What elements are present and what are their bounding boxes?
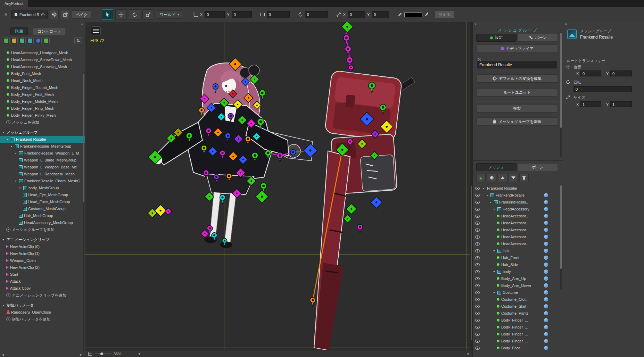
expand-triangle-icon[interactable]: ▼ [2,131,5,134]
tree-item-anim[interactable]: Attack [0,278,85,285]
bone-marker-diamond[interactable] [256,190,269,203]
visibility-eye-icon[interactable] [475,298,480,301]
tree-item-group[interactable]: Head_Eye_MeshGroup [0,191,85,198]
tree-item-group[interactable]: Hair_MeshGroup [0,212,85,219]
tab-hierarchy[interactable]: 階層 [10,27,28,35]
tree-item-group[interactable]: ▼FrankendRosalie_MeshGroup [0,143,85,150]
hierarchy-scrollbar[interactable] [83,74,84,351]
tree-section-header[interactable]: ▼アニメーションクリップ [0,236,85,243]
export-button[interactable] [61,10,70,19]
grid-toggle-icon[interactable] [88,352,92,356]
clipping-icon[interactable] [544,193,548,197]
tree-item-mesh[interactable]: Body_Finger_Thumb_Mesh [0,84,85,91]
meshlist-row[interactable]: ▼Costume [473,289,560,296]
expand-triangle-icon[interactable]: ▼ [493,250,496,252]
tree-add-button[interactable]: +メッシュを追加 [0,119,85,126]
expand-triangle-icon[interactable]: ▼ [6,138,9,141]
filter-animation-icon[interactable] [27,37,34,44]
clipping-icon[interactable] [544,311,548,315]
meshlist-row[interactable]: ▼Hair [473,247,560,254]
expand-triangle-icon[interactable]: ▼ [482,187,486,190]
expand-panel-icon[interactable]: » [565,22,567,27]
expand-triangle-icon[interactable]: ▼ [19,187,22,189]
expand-triangle-icon[interactable]: ▼ [486,194,489,197]
tree-item-group[interactable]: Weapon_L_Weapon_Base_Me [0,164,85,171]
bone-marker-diamond[interactable] [371,197,382,208]
visibility-eye-icon[interactable] [475,222,480,225]
settings-scrollbar[interactable] [560,32,562,157]
clipping-icon[interactable] [544,207,548,211]
clipping-icon[interactable] [544,256,548,260]
tab-bone[interactable]: ボーン [518,34,558,42]
visibility-eye-icon[interactable] [475,229,480,232]
root-size-x-input[interactable] [580,101,601,107]
tree-item-mesh[interactable]: HeadAccessory_ScrewDown_Mesh [0,56,85,63]
expand-triangle-icon[interactable]: ▼ [15,152,18,155]
bone-marker-diamond[interactable] [165,208,172,215]
edit-default-transform-button[interactable]: デフォルトの変換を編集 [476,74,558,83]
sort-icon[interactable]: ⇅ [74,37,82,44]
tree-item-group[interactable]: Weapon_L_Blade_MeshGroup [0,157,85,164]
eyedropper-icon[interactable] [424,12,429,17]
scale-y-input[interactable] [372,11,389,18]
portrait-chip[interactable]: Frankend R [11,10,48,19]
visibility-eye-icon[interactable] [475,256,480,259]
bone-marker-pin[interactable] [259,90,265,100]
meshlist-row[interactable]: HeadAccessor.. [473,240,560,247]
clipping-icon[interactable] [544,200,548,204]
visibility-eye-icon[interactable] [475,242,480,246]
visibility-eye-icon[interactable] [475,319,480,322]
tree-item-mesh[interactable]: Body_Foot_Mesh [0,70,85,77]
select-tool-button[interactable] [102,9,113,20]
app-tab[interactable]: AnyPortrait [0,0,28,7]
clipping-icon[interactable] [544,228,548,232]
clipping-icon[interactable] [544,263,548,267]
meshlist-row[interactable]: HeadAccessor.. [473,226,560,233]
meshgroup-name-input[interactable] [477,61,557,68]
visibility-eye-icon[interactable] [475,284,480,287]
meshlist-row[interactable]: ▼Frankend Rosalie [473,185,560,192]
tree-item-mesh[interactable]: HeadAccessory_Headgear_Mesh [0,49,85,56]
tab-controller[interactable]: コントローラ [33,27,66,35]
expand-triangle-icon[interactable]: ▼ [10,145,14,148]
tree-item-mesh[interactable]: HeadAccessory_ScrewUp_Mesh [0,63,85,70]
tree-item-anim[interactable]: New AnimClip (0) [0,243,85,250]
meshlist-row[interactable]: Body_Foot.. [473,344,560,351]
bone-marker-diamond[interactable] [346,204,356,214]
meshlist-row[interactable]: HeadAccessor.. [473,213,560,219]
bone-marker-pin[interactable] [345,46,351,56]
meshlist-row[interactable]: Body_Arm_Down [473,282,560,289]
clipping-icon[interactable] [544,339,548,343]
meshlist-row[interactable]: ▼HeadAccessory [473,206,560,213]
tree-item-group[interactable]: ▼body_MeshGroup [0,184,85,191]
clipping-icon[interactable] [544,332,548,336]
filter-meshgroup-icon[interactable] [19,37,26,44]
tree-section-header[interactable]: ▼メッシュグループ [0,129,85,136]
settings-gear-button[interactable] [50,10,59,19]
tree-item-group[interactable]: Costume_MeshGroup [0,205,85,212]
visibility-eye-icon[interactable] [475,249,480,252]
clipping-icon[interactable] [544,221,548,225]
zoom-slider[interactable] [95,354,111,354]
scroll-right-icon[interactable]: ▶ [80,353,82,356]
tree-item-mesh[interactable]: Body_Finger_First_Mesh [0,91,85,98]
root-pos-y-input[interactable] [610,70,632,76]
tree-item-group[interactable]: ▼FrankendRosalie_Chara_MeshG [0,177,85,184]
filter-portrait-icon[interactable] [43,37,50,44]
visibility-eye-icon[interactable] [475,201,480,204]
rotate-tool-button[interactable] [129,9,140,20]
visibility-eye-icon[interactable] [475,187,480,190]
visibility-eye-icon[interactable] [475,277,480,280]
clipping-icon[interactable] [544,276,548,281]
meshlist-row[interactable]: HeadAccessor.. [473,233,560,240]
bone-marker-pin[interactable] [199,107,204,116]
meshlist-row[interactable]: Body_Arm_Up [473,275,560,282]
visibility-eye-icon[interactable] [475,333,480,336]
visibility-eye-icon[interactable] [475,326,480,329]
scroll-left-icon[interactable]: ◀ [2,353,4,356]
tree-item-anim[interactable]: Attack Copy [0,285,85,292]
visibility-eye-icon[interactable] [475,235,480,239]
duplicate-button[interactable]: 複製 [476,104,558,113]
add-mesh-button[interactable]: + [476,174,486,182]
color-swatch[interactable] [404,13,422,17]
